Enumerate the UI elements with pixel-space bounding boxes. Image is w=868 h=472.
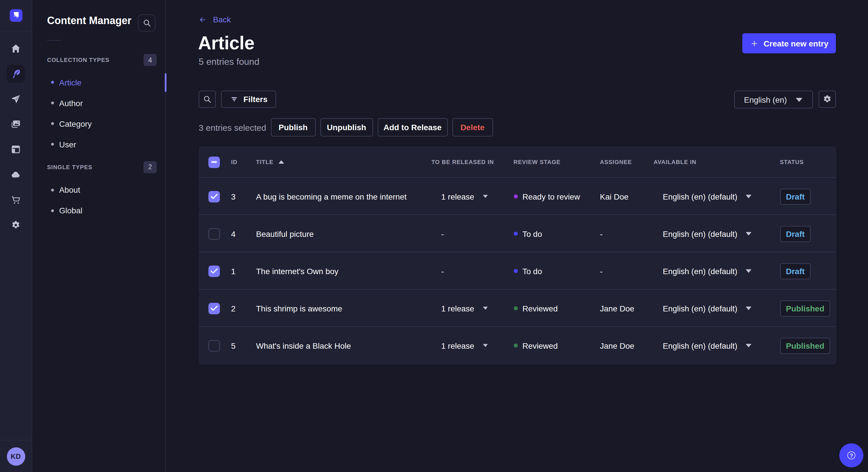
cell-released-in[interactable]: 1 release <box>431 290 488 327</box>
entries-table: ID TITLE TO BE RELEASED IN REVIEW STAGE … <box>198 146 836 365</box>
settings-button[interactable] <box>818 91 836 108</box>
subnav-item-category[interactable]: Category <box>33 113 166 134</box>
subnav-item-label: About <box>59 185 80 194</box>
cell-id: 3 <box>231 178 236 215</box>
question-mark-icon: ? <box>847 451 856 460</box>
release-count: 1 release <box>441 192 474 201</box>
column-header-available-in[interactable]: AVAILABLE IN <box>654 146 696 178</box>
create-new-entry-button[interactable]: Create new entry <box>742 33 836 53</box>
stage-label: To do <box>522 266 542 276</box>
rail-item-marketplace[interactable] <box>0 187 32 212</box>
rail-item-deploy[interactable] <box>0 162 32 187</box>
cell-assignee: - <box>600 215 602 252</box>
subnav-item-article[interactable]: Article <box>33 72 166 93</box>
entries-count: 5 entries found <box>198 56 259 68</box>
search-button[interactable] <box>198 91 216 108</box>
locale-label: English (en) (default) <box>663 266 737 276</box>
table-row[interactable]: 2 This shrimp is awesome 1 release Revie… <box>198 290 836 327</box>
cell-id: 1 <box>231 252 236 290</box>
row-checkbox[interactable] <box>208 191 220 202</box>
icon-rail: KD <box>0 0 32 472</box>
select-all-checkbox[interactable] <box>208 156 220 168</box>
rail-item-content-manager[interactable] <box>0 61 32 86</box>
stage-dot <box>514 194 518 198</box>
delete-button[interactable]: Delete <box>452 118 493 136</box>
status-badge: Published <box>780 338 830 353</box>
rail-item-releases[interactable] <box>0 86 32 111</box>
strapi-logo[interactable] <box>9 9 22 22</box>
help-button[interactable]: ? <box>839 443 863 467</box>
unpublish-button[interactable]: Unpublish <box>320 118 373 136</box>
cell-assignee: Jane Doe <box>600 327 634 364</box>
cell-review-stage: Reviewed <box>514 327 558 364</box>
cell-assignee: Jane Doe <box>600 290 634 327</box>
row-checkbox[interactable] <box>208 303 220 314</box>
selection-count: 3 entries selected <box>198 123 266 132</box>
stage-dot <box>514 232 518 236</box>
locale-select[interactable]: English (en) <box>734 91 813 108</box>
create-new-entry-label: Create new entry <box>764 39 828 48</box>
bullet-icon <box>51 209 54 212</box>
media-library-icon <box>10 119 21 129</box>
table-row[interactable]: 4 Beautiful picture - To do - English (e… <box>198 215 836 252</box>
subnav-item-user[interactable]: User <box>33 134 166 155</box>
locale-label: English (en) (default) <box>663 304 737 313</box>
subnav-item-global[interactable]: Global <box>33 200 166 221</box>
table-row[interactable]: 1 The internet's Own boy - To do - Engli… <box>198 252 836 290</box>
subnav-item-author[interactable]: Author <box>33 93 166 113</box>
add-to-release-button[interactable]: Add to Release <box>377 118 447 136</box>
rail-item-content-type-builder[interactable] <box>0 136 32 162</box>
cell-available-in[interactable]: English (en) (default) <box>663 178 752 215</box>
status-badge: Published <box>780 300 830 316</box>
filters-label: Filters <box>243 95 268 104</box>
check-icon <box>210 268 218 274</box>
rail-item-settings[interactable] <box>0 212 32 237</box>
cell-available-in[interactable]: English (en) (default) <box>663 252 752 290</box>
subnav-section-header[interactable]: SINGLE TYPES 2 <box>33 161 166 173</box>
cell-available-in[interactable]: English (en) (default) <box>663 327 752 364</box>
cell-available-in[interactable]: English (en) (default) <box>663 215 752 252</box>
subnav-title: Content Manager <box>47 15 131 27</box>
row-checkbox[interactable] <box>208 265 220 277</box>
cell-released-in[interactable]: 1 release <box>431 327 488 364</box>
subnav-item-label: User <box>59 140 76 149</box>
content-manager-subnav: Content Manager COLLECTION TYPES 4 Artic… <box>33 0 166 472</box>
column-header-review-stage[interactable]: REVIEW STAGE <box>514 146 561 178</box>
bullet-icon <box>51 102 54 104</box>
status-badge: Draft <box>780 189 811 204</box>
table-row[interactable]: 3 A bug is becoming a meme on the intern… <box>198 178 836 215</box>
table-row[interactable]: 5 What's inside a Black Hole 1 release R… <box>198 327 836 364</box>
rail-item-home[interactable] <box>0 36 32 61</box>
table-header: ID TITLE TO BE RELEASED IN REVIEW STAGE … <box>198 146 836 178</box>
stage-label: Reviewed <box>522 304 558 313</box>
stage-dot <box>514 306 518 310</box>
locale-select-value: English (en) <box>744 95 787 104</box>
cell-title: What's inside a Black Hole <box>256 327 351 364</box>
row-checkbox[interactable] <box>208 340 220 351</box>
rail-item-media-library[interactable] <box>0 111 32 136</box>
cell-assignee: Kai Doe <box>600 178 629 215</box>
column-header-title[interactable]: TITLE <box>256 146 284 178</box>
back-link[interactable]: Back <box>198 15 231 24</box>
publish-button[interactable]: Publish <box>271 118 315 136</box>
column-header-assignee[interactable]: ASSIGNEE <box>600 146 632 178</box>
section-label: COLLECTION TYPES <box>47 57 110 63</box>
row-checkbox[interactable] <box>208 228 220 239</box>
cell-title: Beautiful picture <box>256 215 314 252</box>
locale-label: English (en) (default) <box>663 341 737 350</box>
cell-released-in[interactable]: 1 release <box>431 178 488 215</box>
subnav-item-about[interactable]: About <box>33 179 166 200</box>
section-count-badge: 2 <box>144 161 157 173</box>
filters-button[interactable]: Filters <box>221 91 276 108</box>
cell-released-in[interactable]: - <box>431 252 444 290</box>
cell-available-in[interactable]: English (en) (default) <box>663 290 752 327</box>
subnav-item-label: Article <box>59 78 82 87</box>
cell-released-in[interactable]: - <box>431 215 444 252</box>
subnav-search-button[interactable] <box>138 14 156 32</box>
subnav-section-header[interactable]: COLLECTION TYPES 4 <box>33 54 166 66</box>
column-header-status[interactable]: STATUS <box>780 146 804 178</box>
chevron-down-icon <box>796 97 803 102</box>
user-avatar[interactable]: KD <box>7 447 25 465</box>
column-header-released-in[interactable]: TO BE RELEASED IN <box>431 146 494 178</box>
column-header-id[interactable]: ID <box>231 146 237 178</box>
